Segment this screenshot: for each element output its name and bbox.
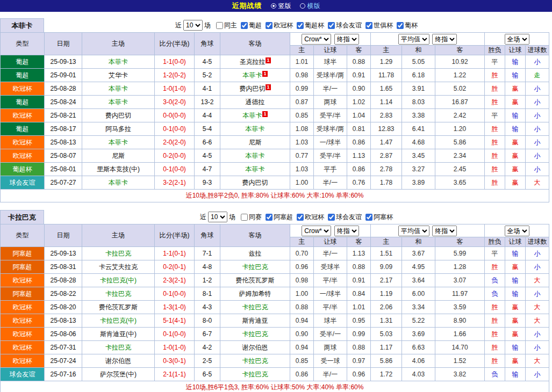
match-count-select[interactable]: 10	[208, 212, 227, 222]
home-team-link[interactable]: 本菲卡	[109, 139, 128, 146]
home-team-link[interactable]: 本菲卡	[109, 58, 128, 66]
home-team-link[interactable]: 卡拉巴克	[105, 344, 131, 351]
filter-option[interactable]: 葡杯	[397, 21, 418, 30]
avg-stage-select[interactable]: 终指	[432, 34, 457, 45]
filter-checkbox[interactable]	[365, 22, 372, 29]
filter-option-label: 葡超杯	[305, 21, 324, 30]
avg-odds-draw: 8.03	[402, 96, 435, 109]
filter-checkbox[interactable]	[297, 22, 304, 29]
away-team-link[interactable]: 本菲卡	[246, 152, 265, 159]
filter-option[interactable]: 世俱杯	[365, 21, 393, 30]
away-team-link[interactable]: 萨姆加希特	[239, 290, 271, 297]
filter-option[interactable]: 欧冠杯	[297, 213, 324, 222]
away-team-link[interactable]: 卡拉巴克	[242, 263, 268, 271]
odds-away: 0.88	[347, 55, 371, 69]
filter-checkbox[interactable]	[241, 22, 248, 29]
odds-stage-select[interactable]: 终指	[334, 34, 359, 45]
away-team-link[interactable]: 卡拉巴克	[242, 303, 268, 311]
avg-odds-away: 14.70	[435, 341, 485, 354]
filter-checkbox[interactable]	[216, 22, 223, 29]
filter-option-label: 阿塞超	[274, 213, 293, 222]
home-team-link[interactable]: 卡拉巴克	[105, 250, 131, 257]
away-team-link[interactable]: 费伦茨瓦罗斯	[236, 277, 275, 284]
filter-option[interactable]: 阿塞超	[266, 213, 293, 222]
filter-checkbox[interactable]	[266, 22, 273, 29]
home-team-link[interactable]: 费内巴切	[105, 112, 131, 119]
filter-checkbox[interactable]	[241, 214, 248, 221]
home-team-link[interactable]: 本菲卡	[109, 85, 128, 92]
away-team-link[interactable]: 卡拉巴克	[242, 357, 268, 365]
filter-option[interactable]: 球会友谊	[328, 21, 362, 30]
home-team-link[interactable]: 卡拉巴克	[105, 290, 131, 297]
filter-option[interactable]: 同赛	[241, 213, 262, 222]
filter-checkbox[interactable]	[266, 214, 273, 221]
odds-stage-select[interactable]: 终指	[334, 226, 359, 236]
filter-checkbox[interactable]	[328, 22, 335, 29]
away-team-link[interactable]: 通德拉	[246, 98, 265, 106]
filter-option[interactable]: 球会友谊	[328, 213, 362, 222]
filter-option[interactable]: 葡超杯	[297, 21, 324, 30]
away-team-link[interactable]: 费内巴切	[242, 179, 268, 186]
filter-option[interactable]: 阿塞杯	[365, 213, 393, 222]
home-team-link[interactable]: 本菲卡	[109, 98, 128, 106]
home-team-link[interactable]: 斯肯迪亚(中)	[100, 330, 137, 338]
filter-checkbox[interactable]	[365, 214, 372, 221]
home-team-link[interactable]: 阿马多拉	[105, 125, 131, 133]
away-team-link[interactable]: 本菲卡	[242, 112, 262, 119]
away-team-link[interactable]: 兹拉	[249, 250, 262, 257]
home-team-link[interactable]: 卡云艾夫拉克	[99, 263, 138, 271]
away-team-link[interactable]: 本菲卡	[246, 165, 265, 173]
view-option-horizontal[interactable]: 横版	[300, 2, 320, 11]
home-team-link[interactable]: 萨尔茨堡(中)	[100, 371, 137, 378]
away-team-link[interactable]: 卡拉巴克	[242, 371, 268, 378]
avg-odds-select[interactable]: 平均值	[398, 226, 429, 236]
result-goals: 小	[526, 96, 549, 109]
filter-option[interactable]: 葡超	[241, 21, 262, 30]
home-team-cell: 艾华卡	[82, 69, 155, 82]
match-row: 葡超杯25-08-01里斯本竞技(中)0-1(0-0)4-7本菲卡1.03平手0…	[1, 163, 549, 176]
home-team-link[interactable]: 本菲卡	[109, 179, 128, 186]
away-team-link[interactable]: 谢尔伯恩	[242, 344, 268, 351]
match-date: 25-08-21	[45, 109, 82, 122]
team-name-tab[interactable]: 本菲卡	[0, 18, 44, 32]
away-team-link[interactable]: 尼斯	[249, 139, 262, 146]
filter-checkbox[interactable]	[328, 214, 335, 221]
away-team-link[interactable]: 本菲卡	[246, 125, 265, 133]
avg-stage-select[interactable]: 终指	[432, 226, 457, 236]
col-corner: 角球	[195, 224, 220, 247]
filter-checkbox[interactable]	[297, 214, 304, 221]
home-team-link[interactable]: 卡拉巴克(中)	[100, 317, 137, 324]
match-row: 欧冠杯25-08-13卡拉巴克(中)5-1(4-1)8-0斯肯迪亚0.94球半0…	[1, 314, 549, 328]
away-team-link[interactable]: 本菲卡	[242, 71, 262, 79]
odds-home: 0.85	[290, 354, 314, 368]
avg-odds-select[interactable]: 平均值	[398, 34, 429, 45]
handicap-line: 受球半/两	[314, 122, 347, 136]
odds-source-select[interactable]: Crow*	[302, 226, 331, 236]
period-select[interactable]: 全场	[505, 34, 529, 45]
away-team-cell: 卡拉巴克	[220, 301, 290, 314]
subcol-handicap-result: 让球	[505, 237, 526, 247]
handicap-line: 受球半	[314, 260, 347, 274]
avg-odds-home: 2.87	[371, 149, 402, 163]
away-team-link[interactable]: 卡拉巴克	[242, 330, 268, 338]
odds-source-select[interactable]: Crow*	[302, 34, 331, 45]
home-team-link[interactable]: 卡拉巴克(中)	[100, 277, 137, 284]
result-handicap: 输	[505, 274, 526, 287]
filter-option[interactable]: 同主	[216, 21, 237, 30]
home-team-link[interactable]: 费伦茨瓦罗斯	[99, 303, 138, 311]
home-team-link[interactable]: 艾华卡	[109, 71, 128, 79]
home-team-link[interactable]: 尼斯	[112, 152, 125, 159]
away-team-link[interactable]: 斯肯迪亚	[242, 317, 268, 324]
filter-option[interactable]: 欧冠杯	[266, 21, 293, 30]
filter-option-label: 球会友谊	[336, 21, 362, 30]
team-name-tab[interactable]: 卡拉巴克	[0, 210, 44, 224]
away-team-link[interactable]: 圣克拉拉	[239, 58, 265, 66]
view-option-vertical[interactable]: 竖版	[271, 2, 291, 11]
period-select[interactable]: 全场	[505, 226, 529, 236]
match-count-select[interactable]: 10	[183, 20, 203, 31]
home-team-link[interactable]: 里斯本竞技(中)	[97, 165, 140, 173]
away-team-link[interactable]: 费内巴切	[239, 85, 265, 92]
odds-away: 0.97	[347, 354, 371, 368]
filter-checkbox[interactable]	[397, 22, 404, 29]
home-team-link[interactable]: 谢尔伯恩	[105, 357, 131, 365]
